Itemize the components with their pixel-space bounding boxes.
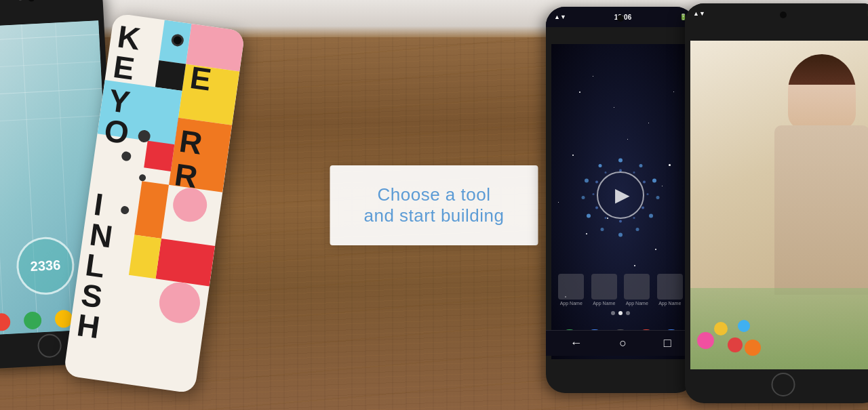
play-icon: ▶ [615,184,630,206]
map-line [0,88,102,96]
svg-point-5 [636,228,639,231]
scatter-dot [121,151,132,162]
main-scene: ▲ ▼ 12:06 ▲▼ 🔋 2336 [0,0,868,410]
nav-dot-2 [618,311,623,315]
app-item: App Name [657,274,683,306]
left-app-icon [23,311,41,329]
left-home-button[interactable] [37,333,62,358]
app-label-1: App Name [558,301,584,306]
svg-point-2 [652,178,656,182]
right-signal: ▲▼ [554,14,566,20]
svg-point-15 [647,193,649,195]
left-app-icon [0,313,11,331]
star [634,265,635,266]
case-letter-E2: E [189,62,214,96]
star [627,139,628,140]
map-line [0,115,103,123]
phone-portrait-device: ▲▼ 🔋 [685,3,868,403]
app-icon-2[interactable] [591,274,617,300]
svg-point-20 [595,206,598,209]
portrait-bg [690,41,868,369]
star [669,164,671,166]
svg-point-11 [599,164,602,167]
home-icon[interactable]: ○ [619,336,627,350]
app-icons-grid: App Name App Name App Name App Name [551,274,690,308]
case-black-block [155,60,186,91]
portrait-head [788,54,856,129]
portrait-body [774,125,868,295]
case-red-block2 [156,239,216,287]
left-status-bar: ▲ ▼ 12:06 ▲▼ 🔋 [0,0,103,11]
svg-point-3 [656,196,660,199]
svg-point-6 [618,232,623,237]
star [558,202,559,203]
map-line [0,61,100,68]
phone-right-device: ▲▼ 12:06 🔋 Google 🎤 [546,7,695,393]
svg-point-8 [587,213,591,218]
case-letter-I: I [92,188,105,220]
center-prompt-card: Choose a tool and start building [330,165,538,245]
svg-point-10 [585,178,589,182]
star [673,91,674,92]
svg-point-13 [633,171,635,173]
flower-dot [738,320,750,332]
bottom-nav-bar: ← ○ □ [546,330,695,356]
app-item: App Name [624,274,650,306]
flower-dot [714,322,728,335]
case-letter-E: E [111,51,136,85]
case-letter-O: O [102,115,131,149]
nav-dot-1 [611,311,615,315]
star [614,107,614,108]
portrait-home-button[interactable] [772,373,795,396]
case-pink-circle2 [157,280,203,326]
portrait-hair [788,54,856,85]
svg-point-23 [605,171,607,173]
star [655,249,656,250]
svg-point-9 [582,196,585,199]
prompt-line1: Choose a tool [363,184,504,205]
portrait-status-bar: ▲▼ 🔋 [685,3,868,24]
svg-point-16 [642,206,644,209]
svg-point-19 [605,217,607,219]
flower-dot [728,337,743,352]
recents-icon[interactable]: □ [664,336,671,350]
number-display: 2336 [30,258,61,274]
back-icon[interactable]: ← [570,336,582,350]
nav-dot-3 [626,311,630,315]
portrait-camera-notch [780,12,787,18]
svg-point-4 [649,213,653,218]
map-vline [0,26,4,334]
svg-point-22 [595,180,598,183]
scatter-dot [138,174,146,182]
portrait-signal: ▲▼ [693,10,705,17]
case-orange-block2 [134,181,169,239]
scatter-dot [120,205,130,215]
app-item: App Name [558,274,584,306]
svg-point-21 [593,193,595,195]
star [579,91,580,93]
app-icon-1[interactable] [558,274,584,300]
flower-dot [745,340,761,356]
app-icon-3[interactable] [624,274,650,300]
star [572,155,574,156]
right-screen: Google 🎤 [551,44,690,359]
star [593,76,593,77]
case-yellow-block2 [129,234,161,279]
svg-point-14 [643,180,646,183]
svg-point-18 [619,220,622,222]
app-icons-row: App Name App Name App Name App Name [555,274,686,306]
play-button[interactable]: ▶ [597,171,644,219]
case-letter-R2: R [173,159,199,192]
star [648,123,649,123]
app-label-3: App Name [624,301,650,306]
portrait-screen [690,41,868,369]
svg-point-0 [618,158,623,162]
case-letter-H: H [75,309,102,343]
app-label-2: App Name [591,301,617,306]
app-icon-4[interactable] [657,274,683,300]
app-item: App Name [591,274,617,306]
prompt-line2: and start building [363,205,504,226]
svg-point-1 [639,164,643,167]
case-letter-R: R [178,125,204,159]
app-label-4: App Name [657,301,683,306]
